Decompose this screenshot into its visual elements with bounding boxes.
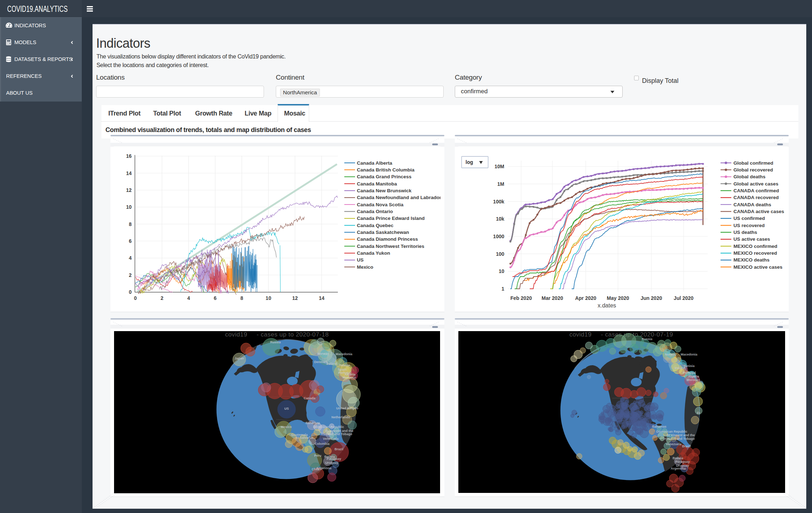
svg-text:Global deaths: Global deaths [733, 174, 765, 179]
svg-text:Russia: Russia [270, 340, 281, 344]
svg-text:Canada Diamond Princess: Canada Diamond Princess [357, 236, 418, 242]
svg-text:Canada Manitoba: Canada Manitoba [357, 181, 397, 187]
svg-text:Dominican Republic: Dominican Republic [656, 430, 688, 433]
svg-text:Chile: Chile [312, 467, 320, 471]
svg-text:Norway: Norway [317, 352, 329, 356]
svg-text:Ireland: Ireland [326, 362, 337, 366]
svg-text:2: 2 [161, 295, 164, 301]
svg-text:Morocco: Morocco [686, 378, 700, 382]
svg-text:Venezuela: Venezuela [666, 442, 682, 446]
svg-text:El Salvador: El Salvador [296, 436, 313, 439]
svg-text:Netherlands: Netherlands [331, 415, 350, 419]
svg-text:US active cases: US active cases [733, 236, 770, 242]
svg-text:MEXICO deaths: MEXICO deaths [733, 257, 770, 263]
svg-text:100: 100 [496, 251, 505, 257]
svg-text:Macedonia: Macedonia [336, 352, 353, 356]
svg-text:Dominican Republic: Dominican Republic [313, 425, 344, 429]
svg-text:covid19 - cases up to 2020: covid19 - cases up to 2020-07-18 [225, 331, 329, 338]
svg-text:Brazil: Brazil [335, 447, 344, 451]
svg-text:Canada Grand Princess: Canada Grand Princess [357, 174, 411, 179]
svg-text:Mexico: Mexico [281, 425, 292, 429]
svg-text:US: US [357, 257, 364, 263]
svg-text:Uruguay: Uruguay [325, 461, 339, 465]
svg-text:4: 4 [129, 255, 132, 261]
svg-text:Global recovered: Global recovered [733, 167, 773, 173]
svg-text:16: 16 [126, 153, 132, 159]
svg-text:US deaths: US deaths [733, 230, 757, 235]
svg-text:10k: 10k [496, 216, 505, 222]
svg-text:Jul 2020: Jul 2020 [674, 295, 693, 301]
svg-text:CANADA active cases: CANADA active cases [733, 209, 784, 214]
svg-text:Bolivia: Bolivia [672, 456, 684, 460]
svg-text:1M: 1M [497, 181, 504, 187]
svg-text:St Vincent and the: St Vincent and the [667, 433, 695, 437]
svg-text:Algeria: Algeria [688, 375, 700, 378]
svg-text:Norway: Norway [665, 353, 677, 356]
svg-text:MEXICO active cases: MEXICO active cases [733, 264, 783, 270]
svg-text:10: 10 [266, 295, 272, 301]
svg-text:Japan: Japan [235, 357, 244, 360]
svg-text:Macedonia: Macedonia [681, 353, 698, 356]
svg-text:0: 0 [134, 295, 137, 301]
svg-text:Tunisia: Tunisia [684, 364, 695, 368]
svg-text:10M: 10M [495, 164, 504, 169]
svg-text:Paraguay: Paraguay [327, 457, 341, 461]
svg-text:Fr: Fr [697, 411, 700, 415]
svg-text:Brazil: Brazil [682, 444, 691, 448]
svg-text:12: 12 [292, 295, 298, 301]
svg-text:Russia: Russia [642, 337, 653, 341]
svg-text:8: 8 [129, 221, 132, 227]
svg-text:Bahamas: Bahamas [652, 425, 666, 428]
svg-text:6: 6 [214, 295, 217, 301]
svg-text:Colombia: Colombia [315, 442, 330, 446]
svg-text:May 2020: May 2020 [607, 295, 629, 301]
svg-text:Canada Saskatchewan: Canada Saskatchewan [357, 230, 409, 235]
svg-text:CANADA recovered: CANADA recovered [733, 195, 779, 200]
svg-text:Canada Newfoundland and Labrad: Canada Newfoundland and Labrador [357, 195, 440, 200]
svg-text:8: 8 [240, 295, 243, 301]
svg-text:Canada New Brunswick: Canada New Brunswick [357, 188, 412, 193]
svg-text:100k: 100k [493, 199, 504, 204]
svg-text:Peru: Peru [314, 454, 321, 457]
svg-text:Mexico: Mexico [357, 264, 373, 270]
svg-text:log: log [466, 159, 473, 165]
svg-text:CANADA confirmed: CANADA confirmed [733, 188, 779, 193]
svg-text:14: 14 [126, 170, 132, 176]
svg-text:1000: 1000 [493, 234, 504, 239]
svg-text:14: 14 [319, 295, 325, 301]
svg-text:Canada Alberta: Canada Alberta [357, 160, 392, 166]
svg-text:x.dates: x.dates [598, 302, 616, 309]
svg-text:Canada Quebec: Canada Quebec [357, 223, 394, 228]
svg-text:12: 12 [126, 187, 132, 193]
svg-text:CANADA deaths: CANADA deaths [733, 202, 771, 207]
svg-text:US confirmed: US confirmed [733, 216, 765, 221]
svg-text:MEXICO recovered: MEXICO recovered [733, 250, 777, 256]
svg-text:US: US [284, 407, 289, 410]
svg-text:Trinidad and Tobago: Trinidad and Tobago [321, 432, 352, 436]
svg-text:Mar 2020: Mar 2020 [542, 295, 563, 301]
svg-text:0: 0 [129, 289, 132, 295]
svg-text:Venezuela: Venezuela [323, 437, 339, 441]
svg-text:6: 6 [129, 238, 132, 244]
svg-text:Morocco: Morocco [343, 376, 356, 379]
svg-text:Canada Ontario: Canada Ontario [357, 209, 393, 214]
svg-text:MEXICO confirmed: MEXICO confirmed [733, 244, 777, 249]
svg-text:10: 10 [499, 268, 504, 274]
svg-text:Trinidad and Tobago: Trinidad and Tobago [663, 437, 695, 441]
svg-text:Canada Prince Edward Island: Canada Prince Edward Island [357, 216, 425, 221]
svg-text:Paraguay: Paraguay [675, 460, 690, 463]
svg-text:US recovered: US recovered [733, 223, 765, 228]
svg-text:Canada Northwest Territories: Canada Northwest Territories [357, 244, 424, 249]
svg-text:Global confirmed: Global confirmed [733, 160, 773, 166]
svg-text:Portugal: Portugal [683, 371, 696, 375]
svg-text:Canada Yukon: Canada Yukon [357, 250, 390, 256]
svg-text:Jun 2020: Jun 2020 [641, 295, 662, 301]
svg-text:United Kingdo: United Kingdo [336, 406, 358, 410]
svg-text:1: 1 [501, 286, 504, 292]
svg-text:Canada British Columbia: Canada British Columbia [357, 167, 415, 173]
svg-text:Canada Nova Scotia: Canada Nova Scotia [357, 202, 403, 207]
svg-text:Feb 2020: Feb 2020 [510, 295, 532, 301]
svg-text:Apr 2020: Apr 2020 [575, 295, 596, 301]
svg-text:2: 2 [129, 272, 132, 278]
svg-text:Global active cases: Global active cases [733, 181, 778, 187]
